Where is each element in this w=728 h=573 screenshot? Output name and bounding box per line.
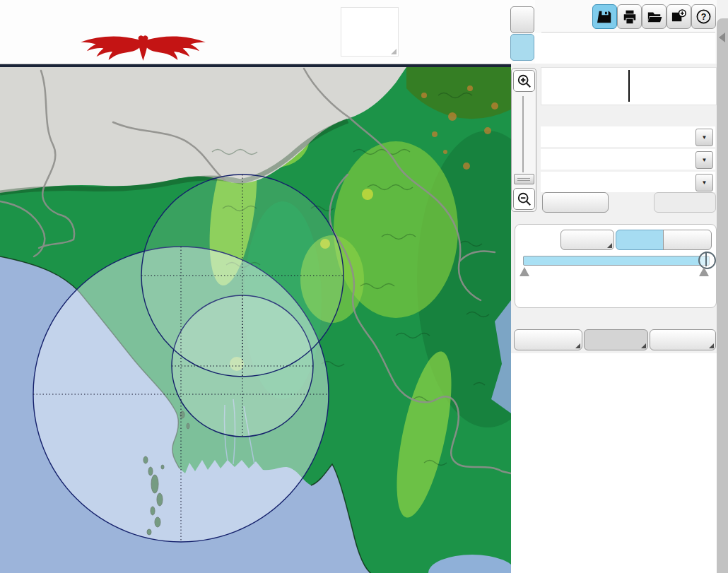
- radar-map[interactable]: [0, 64, 511, 573]
- chevron-down-icon[interactable]: ▼: [695, 129, 713, 146]
- map-canvas: [0, 67, 511, 573]
- folder-icon: [647, 9, 662, 25]
- product-combo-2[interactable]: ▼: [541, 149, 715, 170]
- print-icon: [622, 9, 638, 25]
- eagle-logo-icon: [11, 33, 276, 62]
- zoom-out-icon: [517, 191, 532, 207]
- zoom-slider-track[interactable]: [522, 96, 524, 172]
- zoom-in-button[interactable]: [513, 70, 535, 92]
- menu-grip-icon: [575, 343, 580, 348]
- legend-overlay-panel: [511, 353, 717, 573]
- select-button[interactable]: [654, 192, 716, 213]
- product-combo-1[interactable]: ▼: [541, 126, 715, 147]
- previous-button[interactable]: [542, 192, 609, 213]
- help-button[interactable]: ?: [691, 4, 716, 29]
- utc-button[interactable]: [510, 6, 534, 33]
- open-file-button[interactable]: [642, 4, 667, 29]
- header-bar: [0, 0, 535, 64]
- chevron-down-icon[interactable]: ▼: [695, 151, 713, 169]
- save-button[interactable]: [592, 4, 617, 29]
- slider-end-marker[interactable]: [699, 267, 709, 276]
- image-plus-icon: [671, 8, 687, 25]
- zoom-slider-thumb[interactable]: [514, 174, 534, 184]
- jbirds-app: ? ▼ ▼ ▼: [0, 0, 728, 573]
- track-button[interactable]: [650, 329, 716, 350]
- menu-grip-icon: [641, 343, 646, 348]
- save-icon: [597, 9, 613, 25]
- collapse-panel-icon[interactable]: [719, 33, 725, 42]
- xsection-button[interactable]: [584, 329, 648, 350]
- warning-box[interactable]: [341, 7, 399, 57]
- text-caret: [628, 70, 630, 102]
- product-combo-3[interactable]: ▼: [541, 172, 715, 192]
- svg-text:?: ?: [701, 12, 707, 22]
- manual-button[interactable]: [663, 230, 712, 250]
- auto-button[interactable]: [616, 230, 664, 250]
- print-button[interactable]: [617, 4, 642, 29]
- panel-edge-strip[interactable]: [717, 18, 728, 573]
- slider-start-marker[interactable]: [519, 267, 529, 276]
- chevron-down-icon[interactable]: ▼: [695, 174, 713, 191]
- zoom-in-icon: [517, 73, 532, 89]
- station-box: [535, 33, 715, 64]
- menu-grip-icon: [607, 243, 612, 248]
- zoom-out-button[interactable]: [513, 188, 535, 210]
- location-button[interactable]: [514, 329, 582, 350]
- replay-slider-track[interactable]: [523, 256, 710, 266]
- toolbar-divider: [541, 32, 715, 33]
- add-image-button[interactable]: [667, 4, 691, 29]
- mmt-button[interactable]: [510, 34, 534, 61]
- bookmark-button[interactable]: [560, 230, 614, 250]
- help-icon: ?: [695, 8, 712, 25]
- resize-grip-icon[interactable]: [391, 49, 397, 54]
- menu-grip-icon: [709, 343, 714, 348]
